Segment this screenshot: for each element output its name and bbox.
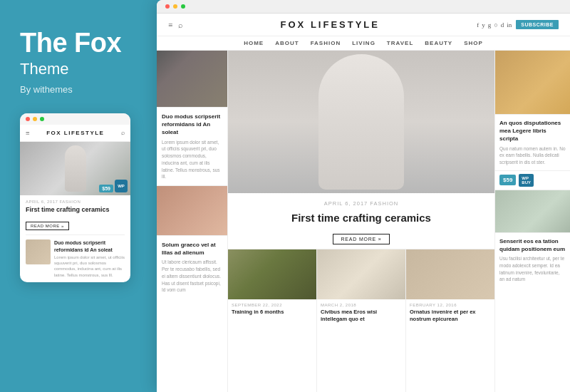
center-figure — [318, 54, 404, 190]
right-article-2: Senserit eos ea tation quidam positionem… — [495, 233, 570, 392]
browser-dot-yellow — [173, 4, 177, 9]
theme-subtitle: Theme — [20, 60, 68, 78]
right-article-2-title: Senserit eos ea tation quidam positionem… — [499, 237, 566, 253]
right-price-badge: $59 — [499, 175, 516, 185]
dribbble-icon[interactable]: d — [501, 21, 504, 29]
right-badge-row: $59 WPBUY — [495, 171, 570, 190]
site-main: Duo modus scripserit reformidans id An s… — [157, 51, 570, 392]
bottom-grid-item-3: FEBRUARY 12, 2016 Ornatus invenire et pe… — [406, 249, 494, 393]
bottom-title-2: Civibus mea Eros wisi intellegam quo et — [321, 309, 402, 324]
nav-travel[interactable]: TRAVEL — [387, 40, 413, 46]
center-hero-image — [228, 51, 494, 193]
right-article-1-desc: Quo natum nomen autem in. No ex eam fabe… — [499, 145, 566, 166]
nav-fashion[interactable]: FASHION — [311, 40, 341, 46]
mobile-header: ≡ FOX LIFESTYLE ⌕ — [20, 125, 130, 142]
mobile-small-desc: Lorem ipsum dolor sit amet, ut officiis … — [54, 254, 125, 279]
bottom-title-3: Ornatus invenire et per ex nostrum epicu… — [410, 309, 491, 324]
center-article-info: APRIL 6, 2017 FASHION First time craftin… — [228, 193, 494, 249]
browser-preview: ≡ ⌕ FOX LIFESTYLE f y g ○ d in SUBSCRIBE… — [157, 0, 570, 392]
right-article-1: An quos disputationes mea Legere libris … — [495, 115, 570, 171]
center-article-meta: APRIL 6, 2017 FASHION — [238, 200, 484, 207]
traffic-light-red — [26, 117, 30, 121]
mobile-small-text: Duo modus scripserit reformidans id An s… — [54, 239, 125, 278]
column-center: APRIL 6, 2017 FASHION First time craftin… — [228, 51, 495, 392]
left-article-1-title: Duo modus scripserit reformidans id An s… — [162, 113, 222, 137]
mobile-logo: FOX LIFESTYLE — [46, 130, 104, 136]
column-left: Duo modus scripserit reformidans id An s… — [157, 51, 228, 392]
center-article-title: First time crafting ceramics — [238, 211, 484, 225]
subscribe-button[interactable]: SUBSCRIBE — [516, 20, 559, 29]
browser-dot-green — [181, 4, 185, 9]
nav-about[interactable]: ABOUT — [275, 40, 299, 46]
mobile-hamburger-icon[interactable]: ≡ — [26, 129, 30, 137]
left-image-2 — [157, 186, 227, 236]
nav-living[interactable]: LIVING — [352, 40, 375, 46]
header-right: f y g ○ d in SUBSCRIBE — [477, 20, 559, 29]
social-icons: f y g ○ d in — [477, 21, 512, 29]
right-image-1 — [495, 51, 570, 115]
mobile-top-bar — [20, 113, 130, 125]
mobile-content: APRIL 6, 2017 FASHION First time craftin… — [20, 195, 130, 282]
nav-shop[interactable]: SHOP — [464, 40, 483, 46]
browser-dot-red — [165, 4, 170, 9]
figure-silhouette — [65, 145, 86, 192]
site-header: ≡ ⌕ FOX LIFESTYLE f y g ○ d in SUBSCRIBE — [157, 14, 570, 36]
bottom-meta-1: SEPTEMBER 22, 2022 — [232, 303, 313, 307]
browser-top-bar — [157, 0, 570, 14]
column-right: An quos disputationes mea Legere libris … — [495, 51, 570, 392]
right-article-2-desc: Usu facilisi architeetur ut, per te modo… — [499, 255, 566, 283]
twitter-icon[interactable]: y — [482, 21, 485, 29]
site-nav: HOME ABOUT FASHION LIVING TRAVEL BEAUTY … — [157, 36, 570, 51]
instagram-icon[interactable]: ○ — [494, 21, 497, 29]
bottom-image-3 — [406, 249, 494, 299]
bottom-grid-item-2: MARCH 2, 2018 Civibus mea Eros wisi inte… — [317, 249, 406, 393]
mobile-search-icon[interactable]: ⌕ — [121, 129, 125, 136]
bottom-text-2: MARCH 2, 2018 Civibus mea Eros wisi inte… — [317, 299, 405, 393]
bottom-title-1: Training in 6 months — [232, 309, 313, 316]
theme-title: The Fox — [20, 29, 121, 58]
left-article-1: Duo modus scripserit reformidans id An s… — [157, 108, 227, 186]
mobile-hero-image: $59 WP — [20, 142, 130, 195]
mobile-wp-badge: WP — [115, 180, 128, 192]
mobile-small-article: Duo modus scripserit reformidans id An s… — [26, 234, 125, 278]
mobile-article-meta: APRIL 6, 2017 FASHION — [26, 200, 125, 204]
right-article-1-title: An quos disputationes mea Legere libris … — [499, 119, 566, 143]
mobile-article-title: First time crafting ceramics — [26, 206, 125, 215]
mobile-read-more-btn[interactable]: READ MORE » — [26, 222, 69, 230]
left-article-2-title: Solum graeco vel at Illas ad alienum — [162, 241, 222, 257]
bottom-image-2 — [317, 249, 405, 299]
site-logo: FOX LIFESTYLE — [183, 19, 477, 30]
nav-beauty[interactable]: BEAUTY — [425, 40, 452, 46]
bottom-text-1: SEPTEMBER 22, 2022 Training in 6 months — [228, 299, 316, 393]
bottom-meta-2: MARCH 2, 2018 — [321, 303, 402, 307]
bottom-grid-item-1: SEPTEMBER 22, 2022 Training in 6 months — [228, 249, 317, 393]
right-wp-badge: WPBUY — [519, 174, 534, 187]
left-panel: The Fox Theme By withemes ≡ FOX LIFESTYL… — [0, 0, 157, 392]
left-article-2: Solum graeco vel at Illas ad alienum Ut … — [157, 236, 227, 392]
nav-home[interactable]: HOME — [244, 40, 264, 46]
bottom-grid: SEPTEMBER 22, 2022 Training in 6 months … — [228, 249, 494, 393]
mobile-thumb — [26, 239, 51, 264]
left-article-2-desc: Ut labore clericaum affissit. Per te rec… — [162, 259, 222, 294]
center-read-more-btn[interactable]: READ MORE » — [333, 234, 389, 244]
traffic-light-yellow — [33, 117, 37, 121]
linkedin-icon[interactable]: in — [507, 21, 512, 29]
mobile-hero-bg — [20, 142, 130, 195]
header-left: ≡ ⌕ — [168, 21, 183, 29]
bottom-image-1 — [228, 249, 316, 299]
google-plus-icon[interactable]: g — [488, 21, 492, 29]
header-search-icon[interactable]: ⌕ — [178, 21, 183, 29]
mobile-preview: ≡ FOX LIFESTYLE ⌕ $59 WP APRIL 6, 2017 F… — [20, 113, 130, 282]
mobile-small-title: Duo modus scripserit reformidans id An s… — [54, 239, 125, 252]
header-hamburger-icon[interactable]: ≡ — [168, 21, 172, 29]
left-image-1 — [157, 51, 227, 108]
theme-author: By withemes — [20, 84, 73, 95]
traffic-light-green — [40, 117, 44, 121]
bottom-text-3: FEBRUARY 12, 2016 Ornatus invenire et pe… — [406, 299, 494, 393]
bottom-meta-3: FEBRUARY 12, 2016 — [410, 303, 491, 307]
mobile-price-badge: $59 — [99, 185, 113, 192]
right-image-2 — [495, 190, 570, 233]
left-article-1-desc: Lorem ipsum dolor sit amet, ut officiis … — [162, 139, 222, 181]
facebook-icon[interactable]: f — [477, 21, 479, 29]
